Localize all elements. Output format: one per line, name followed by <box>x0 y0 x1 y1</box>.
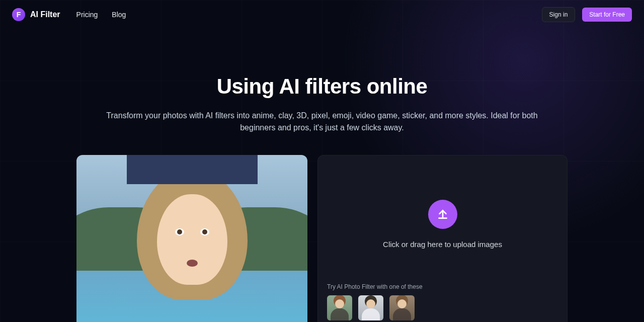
header: F AI Filter Pricing Blog Sign in Start f… <box>0 0 644 29</box>
upload-icon <box>428 200 457 229</box>
upload-panel: Click or drag here to upload images Try … <box>317 155 568 322</box>
brand-name: AI Filter <box>30 10 60 19</box>
start-free-button[interactable]: Start for Free <box>582 8 632 22</box>
sample-thumb-3[interactable] <box>389 295 415 320</box>
signin-button[interactable]: Sign in <box>542 7 576 22</box>
logo-icon: F <box>12 8 25 21</box>
example-image <box>76 155 307 322</box>
try-samples-label: Try AI Photo Filter with one of these <box>327 283 558 290</box>
nav-pricing[interactable]: Pricing <box>76 11 98 19</box>
hero-subtitle: Transform your photos with AI filters in… <box>96 110 548 134</box>
hero: Using AI filters online Transform your p… <box>0 74 644 134</box>
upload-instruction: Click or drag here to upload images <box>383 240 502 249</box>
sample-thumb-2[interactable] <box>358 295 383 320</box>
main-nav: Pricing Blog <box>76 11 126 19</box>
hero-title: Using AI filters online <box>0 74 644 99</box>
upload-dropzone[interactable]: Click or drag here to upload images <box>327 165 558 283</box>
logo-letter: F <box>17 11 21 19</box>
sample-thumbnails <box>327 295 558 320</box>
nav-blog[interactable]: Blog <box>112 11 126 19</box>
sample-thumb-1[interactable] <box>327 295 352 320</box>
